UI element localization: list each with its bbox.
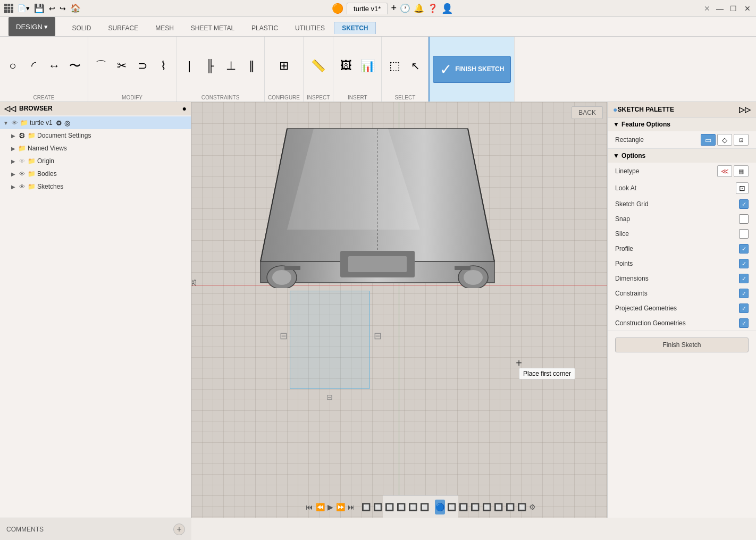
bodies-toggle[interactable]: ▶ xyxy=(10,170,17,178)
doc-settings-toggle[interactable]: ▶ xyxy=(10,132,17,139)
minimize-btn[interactable]: — xyxy=(716,4,724,13)
points-checkbox[interactable]: ✓ xyxy=(739,259,749,268)
rect-btn-dot[interactable]: ⊡ xyxy=(734,134,749,146)
offset-btn[interactable]: ⊃ xyxy=(133,57,152,74)
create-circle-btn[interactable]: ○ xyxy=(3,57,22,74)
help-btn[interactable]: ❓ xyxy=(427,3,438,13)
insert-image-btn[interactable]: 🖼 xyxy=(337,57,356,74)
app-grid-icon[interactable] xyxy=(4,4,13,13)
sketches-toggle[interactable]: ▶ xyxy=(10,183,17,190)
redo-btn[interactable]: ↪ xyxy=(60,4,66,13)
tab-solid[interactable]: SOLID xyxy=(64,22,99,34)
tab-mesh[interactable]: MESH xyxy=(147,22,182,34)
browser-pin-btn[interactable]: ● xyxy=(182,104,187,113)
profile-checkbox[interactable]: ✓ xyxy=(739,244,749,254)
inspect-btn[interactable]: 📏 xyxy=(308,57,329,74)
save-btn[interactable]: 💾 xyxy=(34,3,45,13)
tree-origin[interactable]: ▶ 👁 📁 Origin xyxy=(0,155,191,167)
home-btn[interactable]: 🏠 xyxy=(70,3,81,13)
nav-btn12[interactable]: 🔲 xyxy=(505,500,515,514)
snap-checkbox[interactable] xyxy=(739,214,749,224)
collapse-browser-btn[interactable]: ◁◁ xyxy=(4,104,16,113)
tree-bodies[interactable]: ▶ 👁 📁 Bodies xyxy=(0,167,191,180)
feature-options-header[interactable]: ▼ Feature Options xyxy=(608,117,756,131)
create-spline-btn[interactable]: 〜 xyxy=(65,57,85,74)
anim-play-btn[interactable]: ▶ xyxy=(327,500,334,514)
new-tab-btn[interactable]: + xyxy=(391,3,397,14)
tree-doc-settings[interactable]: ▶ ⚙ 📁 Document Settings xyxy=(0,129,191,142)
dimensions-checkbox[interactable]: ✓ xyxy=(739,274,749,283)
rect-btn-filled[interactable]: ▭ xyxy=(701,134,716,146)
add-comment-btn[interactable]: + xyxy=(173,524,185,535)
select-cursor-btn[interactable]: ↖ xyxy=(406,57,425,75)
nav-btn10[interactable]: 🔲 xyxy=(482,500,492,514)
nav-btn3[interactable]: 🔲 xyxy=(396,500,406,514)
sketches-eye[interactable]: 👁 xyxy=(17,182,27,191)
anim-start-btn[interactable]: ⏮ xyxy=(305,500,314,514)
root-eye[interactable]: 👁 xyxy=(10,118,19,128)
maximize-btn[interactable]: ☐ xyxy=(729,4,738,13)
nav-btn2[interactable]: 🔲 xyxy=(384,500,394,514)
lookat-btn[interactable]: ⊡ xyxy=(736,182,749,194)
nav-btn9[interactable]: 🔲 xyxy=(470,500,480,514)
origin-toggle[interactable]: ▶ xyxy=(10,157,17,165)
trim-btn[interactable]: ✂ xyxy=(112,57,131,74)
view-cube-btn[interactable]: 🔲 xyxy=(361,500,371,514)
options-header[interactable]: ▼ Options xyxy=(608,149,756,163)
tab-title[interactable]: turtle v1* xyxy=(347,3,388,14)
create-line-btn[interactable]: ↔ xyxy=(45,57,64,74)
close-btn[interactable]: ✕ xyxy=(743,4,752,13)
nav-btn6[interactable]: 🔵 xyxy=(435,500,445,514)
nav-btn14[interactable]: ⚙ xyxy=(528,500,536,514)
palette-expand-btn[interactable]: ▷▷ xyxy=(739,105,751,114)
tree-named-views[interactable]: ▶ 📁 Named Views xyxy=(0,142,191,155)
history-btn[interactable]: 🕐 xyxy=(400,3,410,13)
origin-eye[interactable]: 👁 xyxy=(17,156,27,166)
tab-sketch[interactable]: SKETCH xyxy=(334,22,376,34)
nav-btn7[interactable]: 🔲 xyxy=(447,500,457,514)
anim-end-btn[interactable]: ⏭ xyxy=(347,500,356,514)
mirror-btn[interactable]: ⌇ xyxy=(154,57,173,74)
nav-btn11[interactable]: 🔲 xyxy=(493,500,503,514)
close-tab-btn[interactable]: ✕ xyxy=(704,4,710,13)
tab-plastic[interactable]: PLASTIC xyxy=(243,22,286,34)
finish-sketch-toolbar-btn[interactable]: ✓ FINISH SKETCH xyxy=(433,56,511,83)
sketch-grid-checkbox[interactable]: ✓ xyxy=(739,199,749,209)
bodies-eye[interactable]: 👁 xyxy=(17,169,27,179)
anim-prev-btn[interactable]: ⏪ xyxy=(315,500,325,514)
nav-btn1[interactable]: 🔲 xyxy=(373,500,383,514)
root-settings-icon[interactable]: ⚙ xyxy=(56,119,62,127)
tab-utilities[interactable]: UTILITIES xyxy=(287,22,333,34)
anim-next-btn[interactable]: ⏩ xyxy=(335,500,346,514)
constraint1-btn[interactable]: | xyxy=(180,57,199,74)
root-target-icon[interactable]: ◎ xyxy=(64,119,70,127)
constraint2-btn[interactable]: ╟ xyxy=(200,57,220,74)
file-menu[interactable]: 📄▾ xyxy=(18,4,30,12)
constraints-checkbox[interactable]: ✓ xyxy=(739,289,749,298)
slice-checkbox[interactable] xyxy=(739,229,749,239)
named-views-toggle[interactable]: ▶ xyxy=(10,145,17,152)
tab-surface[interactable]: SURFACE xyxy=(100,22,146,34)
fillet-btn[interactable]: ⌒ xyxy=(91,57,111,74)
finish-sketch-palette-btn[interactable]: Finish Sketch xyxy=(615,338,749,352)
linetype-btn2[interactable]: ▦ xyxy=(734,165,749,177)
select-btn[interactable]: ⬚ xyxy=(385,57,404,74)
tab-sheet-metal[interactable]: SHEET METAL xyxy=(183,22,242,34)
design-button[interactable]: DESIGN ▾ xyxy=(9,17,55,36)
canvas-area[interactable]: ⊟ ⊟ ⊟ + Place first corner BACK 25 ⏮ ⏪ ▶… xyxy=(191,102,607,518)
configure-btn[interactable]: ⊞ xyxy=(274,57,293,74)
construction-geo-checkbox[interactable]: ✓ xyxy=(739,318,749,328)
nav-btn8[interactable]: 🔲 xyxy=(458,500,468,514)
rect-btn-outline[interactable]: ◇ xyxy=(717,134,732,146)
create-arc-btn[interactable]: ◜ xyxy=(24,57,43,74)
tree-root[interactable]: ▼ 👁 📁 turtle v1 ⚙ ◎ xyxy=(0,116,191,129)
constraint4-btn[interactable]: ∥ xyxy=(242,57,261,74)
projected-geo-checkbox[interactable]: ✓ xyxy=(739,303,749,313)
back-button[interactable]: BACK xyxy=(572,106,603,119)
nav-btn4[interactable]: 🔲 xyxy=(408,500,418,514)
nav-btn5[interactable]: 🔲 xyxy=(419,500,430,514)
account-icon[interactable]: 👤 xyxy=(441,3,453,14)
notification-btn[interactable]: 🔔 xyxy=(414,3,424,13)
undo-btn[interactable]: ↩ xyxy=(49,4,55,13)
linetype-btn1[interactable]: ≪ xyxy=(717,165,732,177)
